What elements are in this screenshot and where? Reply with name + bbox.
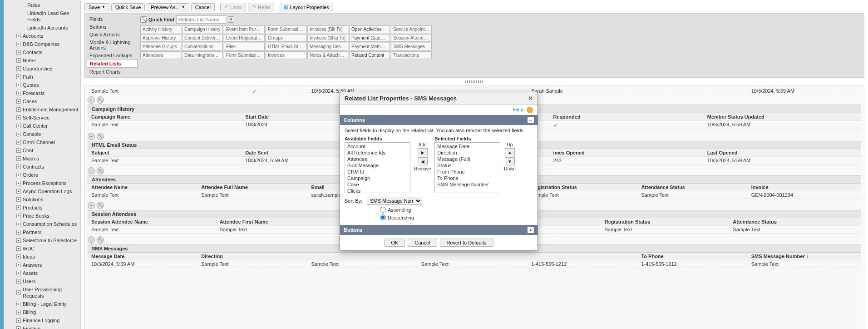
palette-category[interactable]: Expanded Lookups (87, 52, 138, 59)
help-link[interactable]: Help (513, 107, 523, 112)
expand-icon[interactable]: ▸ (16, 263, 21, 267)
sidebar-item[interactable]: ▸Entitlement Management (4, 105, 80, 114)
expand-icon[interactable]: ▸ (16, 318, 21, 323)
sidebar-item[interactable]: ▸Process Exceptions (4, 179, 80, 187)
collapse-panel-icon[interactable]: − (528, 117, 534, 123)
expand-icon[interactable]: ▸ (16, 148, 21, 153)
expand-icon[interactable]: ▸ (16, 271, 21, 275)
available-field-option[interactable]: Bulk Message (345, 162, 409, 169)
remove-section-icon[interactable]: − (88, 202, 95, 209)
expand-icon[interactable]: ▸ (16, 290, 21, 295)
expand-icon[interactable]: ▸ (16, 238, 21, 243)
sidebar-item[interactable]: ▸Billing - Legal Entity (4, 300, 80, 308)
sidebar-item[interactable]: ▸Cases (4, 97, 80, 105)
sidebar-item[interactable]: ▸D&B Companies (4, 40, 80, 48)
cancel-button[interactable]: Cancel (191, 3, 215, 11)
expand-icon[interactable]: ▸ (16, 222, 21, 226)
selected-fields-listbox[interactable]: Message DateDirectionMessage (Full)Statu… (434, 142, 500, 193)
expand-icon[interactable]: ▸ (16, 189, 21, 194)
expand-icon[interactable]: ▸ (16, 246, 21, 251)
sidebar-item[interactable]: ▸Notes (4, 56, 80, 65)
sidebar-item[interactable]: ▸Omni-Channel (4, 138, 80, 146)
palette-item[interactable]: Groups (266, 34, 306, 42)
remove-section-icon[interactable]: − (88, 236, 95, 244)
sidebar-item[interactable]: LinkedIn Accounts (4, 24, 80, 32)
expand-icon[interactable]: ▸ (16, 99, 21, 104)
palette-item[interactable]: Event Item Purchase (224, 25, 265, 33)
expand-icon[interactable]: ▸ (16, 310, 21, 314)
palette-category[interactable]: Fields (87, 15, 138, 23)
palette-item[interactable]: Invoices (Bill To) (307, 25, 348, 33)
available-field-option[interactable]: Campaign (345, 175, 409, 181)
palette-category[interactable]: Related Lists (87, 60, 138, 68)
palette-item[interactable]: Files (224, 43, 265, 50)
expand-icon[interactable]: ▸ (16, 42, 21, 46)
sidebar-item[interactable]: ▸Opportunities (4, 65, 80, 73)
palette-category[interactable]: Mobile & Lightning Actions (87, 39, 138, 51)
available-field-option[interactable]: Attendee (345, 156, 409, 162)
expand-icon[interactable]: ▸ (16, 181, 21, 185)
expand-icon[interactable]: ▸ (16, 205, 21, 210)
descending-radio[interactable] (380, 214, 386, 220)
selected-field-option[interactable]: To Phone (435, 175, 499, 181)
sidebar-item[interactable]: ▸Solutions (4, 195, 80, 204)
sidebar-item[interactable]: ▸Consumption Schedules (4, 220, 80, 228)
sidebar-item[interactable]: ▸Finance Logging (4, 316, 80, 324)
sidebar-item[interactable]: ▸Async Operation Logs (4, 187, 80, 195)
sidebar-item[interactable]: ▸Assets (4, 269, 80, 277)
sidebar-item[interactable]: ▸Orders (4, 171, 80, 179)
palette-item[interactable]: Invoices (Ship To) (307, 34, 348, 42)
preview-as-button[interactable]: Preview As...▼ (147, 3, 189, 11)
expand-icon[interactable]: ▸ (16, 279, 21, 284)
available-field-option[interactable]: Case (345, 181, 409, 188)
expand-icon[interactable]: ▸ (16, 302, 21, 306)
palette-item[interactable]: Attendees (140, 51, 181, 59)
available-field-option[interactable]: Clicks (345, 188, 409, 193)
palette-item[interactable]: HTML Email Status (266, 43, 306, 50)
sidebar-item[interactable]: ▸Salesforce to Salesforce (4, 236, 80, 244)
palette-item[interactable]: Attendee Groups (140, 43, 181, 50)
expand-icon[interactable]: ▸ (16, 58, 21, 63)
move-down-button[interactable]: ▼ (505, 157, 515, 165)
selected-field-option[interactable]: From Phone (435, 169, 499, 175)
sidebar-item[interactable]: ▸User Provisioning Requests (4, 285, 80, 300)
sidebar-item[interactable]: ▸Einstein (4, 324, 80, 329)
selected-field-option[interactable]: SMS Message Number (435, 181, 499, 188)
expand-icon[interactable]: ▸ (16, 230, 21, 234)
sidebar-item[interactable]: ▸Answers (4, 261, 80, 269)
expand-icon[interactable]: ▸ (16, 156, 21, 161)
palette-resize-handle[interactable] (465, 80, 483, 83)
palette-item[interactable]: Form Submissions (266, 25, 306, 33)
sidebar-item[interactable]: LinkedIn Lead Gen Fields (4, 9, 80, 24)
sidebar-item[interactable]: ▸Ideas (4, 253, 80, 261)
palette-item[interactable]: Content Deliveries (182, 34, 223, 42)
palette-item[interactable]: Messaging Sessions (307, 43, 348, 50)
expand-icon[interactable]: ▸ (16, 50, 21, 55)
palette-item[interactable]: Approval History (140, 34, 181, 42)
sidebar-item[interactable]: ▸Quotes (4, 81, 80, 89)
expand-icon[interactable]: ▸ (16, 140, 21, 145)
sidebar-item[interactable]: ▸Accounts (4, 32, 80, 40)
selected-field-option[interactable]: Direction (435, 150, 499, 156)
redo-button[interactable]: ↷Redo (248, 3, 274, 11)
palette-item[interactable]: Event Registratio... (224, 34, 265, 42)
sidebar-item[interactable]: ▸Users (4, 277, 80, 285)
palette-item[interactable]: Payment Gateway C... (349, 34, 390, 42)
palette-item[interactable]: Conversations (182, 43, 223, 50)
palette-category[interactable]: Report Charts (87, 68, 138, 75)
palette-category[interactable]: Quick Actions (87, 31, 138, 38)
palette-item[interactable]: Notes & Attachments (307, 51, 348, 59)
ok-button[interactable]: OK (384, 239, 405, 247)
expand-icon[interactable]: ▸ (16, 91, 21, 95)
layout-properties-button[interactable]: ▦Layout Properties (280, 3, 333, 11)
quick-find-input[interactable] (176, 15, 226, 24)
quick-save-button[interactable]: Quick Save (111, 3, 145, 11)
help-icon[interactable]: ? (527, 107, 533, 113)
expand-icon[interactable]: ▸ (16, 164, 21, 169)
expand-icon[interactable]: ▸ (16, 132, 21, 136)
selected-field-option[interactable]: Message Date (435, 143, 499, 150)
sidebar-item[interactable]: ▸Products (4, 204, 80, 212)
expand-icon[interactable]: ▸ (16, 66, 21, 71)
add-field-button[interactable]: ▶ (418, 148, 428, 156)
sidebar-item[interactable]: ▸Billing (4, 308, 80, 316)
